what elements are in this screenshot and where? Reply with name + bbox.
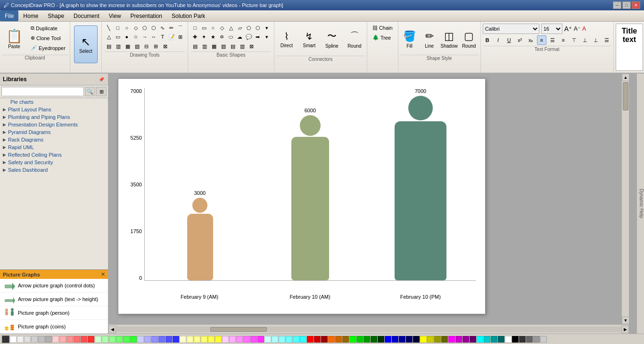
round-style-button[interactable]: ▢ Round <box>460 24 479 55</box>
clone-tool-button[interactable]: ⊕ Clone Tool <box>28 34 68 42</box>
bs-extra1[interactable]: ▤ <box>191 42 199 50</box>
shape-extra-6[interactable]: ⊞ <box>152 42 160 50</box>
color-swatch[interactable] <box>491 336 497 343</box>
bs-extra7[interactable]: ⊠ <box>248 42 256 50</box>
eyedropper-button[interactable]: 💉 Eyedropper <box>28 43 68 52</box>
color-swatch[interactable] <box>264 336 271 343</box>
view-toggle-button[interactable]: ⊞ <box>96 87 107 96</box>
direct-connector-button[interactable]: ⌇ Direct <box>276 24 297 55</box>
bs-pentagon[interactable]: ⬠ <box>245 24 253 32</box>
current-color-swatch[interactable] <box>2 336 9 343</box>
color-swatch[interactable] <box>137 336 144 343</box>
library-item-presentation[interactable]: ▶ Presentation Design Elements <box>0 121 108 128</box>
color-swatch[interactable] <box>257 336 264 343</box>
circle-tool[interactable]: ● <box>123 33 131 41</box>
smart-connector-button[interactable]: ↯ Smart <box>299 24 320 55</box>
superscript-button[interactable]: x² <box>515 35 525 45</box>
vertical-scrollbar[interactable]: ▲ ▼ <box>621 74 629 324</box>
library-item-plumbing[interactable]: ▶ Plumbing and Piping Plans <box>0 113 108 121</box>
menu-file[interactable]: File <box>0 10 18 21</box>
color-swatch[interactable] <box>74 336 80 343</box>
color-swatch[interactable] <box>250 336 257 343</box>
color-swatch[interactable] <box>533 336 540 343</box>
color-swatch[interactable] <box>314 336 321 343</box>
bs-extra6[interactable]: ▥ <box>238 42 247 50</box>
color-swatch[interactable] <box>208 336 215 343</box>
panel-item-arrow-dots[interactable]: Arrow picture graph (control dots) <box>0 279 108 293</box>
line-button[interactable]: ✏ Line <box>420 24 439 55</box>
bs-callout[interactable]: 💬 <box>245 33 253 41</box>
color-swatch[interactable] <box>88 336 94 343</box>
color-swatch[interactable] <box>455 336 462 343</box>
color-swatch[interactable] <box>519 336 526 343</box>
note-tool[interactable]: 📝 <box>167 33 176 41</box>
rect-tool[interactable]: □ <box>114 24 122 32</box>
font-grow-icon[interactable]: A⁺ <box>564 25 572 33</box>
bs-extra2[interactable]: ▥ <box>200 42 209 50</box>
color-swatch[interactable] <box>427 336 434 343</box>
align-left-button[interactable]: ≡ <box>537 35 546 45</box>
library-item-sales-dashboard[interactable]: ▶ Sales Dashboard <box>0 166 108 174</box>
shadow-button[interactable]: ◫ Shadow <box>440 24 459 55</box>
rounded-rect-tool[interactable]: ▭ <box>114 33 122 41</box>
shape-extra-7[interactable]: ⊠ <box>161 42 170 50</box>
bs-hex[interactable]: ⬡ <box>254 24 262 32</box>
align-center-button[interactable]: ☰ <box>548 35 557 45</box>
library-item-rapid-uml[interactable]: ▶ Rapid UML <box>0 143 108 151</box>
library-item-safety[interactable]: ▶ Safety and Security <box>0 159 108 166</box>
bs-rounded[interactable]: ▭ <box>200 24 208 32</box>
line-tool[interactable]: ╲ <box>105 24 113 32</box>
color-swatch[interactable] <box>194 336 200 343</box>
list-button[interactable]: ☰ <box>602 35 611 45</box>
text-tool[interactable]: T <box>158 33 167 41</box>
star-tool[interactable]: ☆ <box>132 33 140 41</box>
round-connector-button[interactable]: ⌒ Round <box>344 24 365 55</box>
color-swatch[interactable] <box>356 336 363 343</box>
close-button[interactable]: ✕ <box>632 1 640 9</box>
fill-button[interactable]: 🪣 Fill <box>400 24 419 55</box>
color-swatch[interactable] <box>229 336 236 343</box>
bs-diamond[interactable]: ◇ <box>218 24 226 32</box>
bs-triangle[interactable]: △ <box>227 24 235 32</box>
font-selector[interactable]: Calibri <box>483 24 539 34</box>
hex-tool[interactable]: ⬡ <box>149 24 158 32</box>
bs-cross[interactable]: ✚ <box>191 33 199 41</box>
curve-tool[interactable]: ∿ <box>158 24 167 32</box>
color-swatch[interactable] <box>448 336 455 343</box>
scroll-up-button[interactable]: ▲ <box>622 74 629 81</box>
color-swatch[interactable] <box>102 336 108 343</box>
color-swatch[interactable] <box>130 336 137 343</box>
minimize-button[interactable]: ─ <box>613 1 621 9</box>
shape-extra-4[interactable]: ▧ <box>133 42 141 50</box>
tree-button[interactable]: 🌲 Tree <box>370 33 395 42</box>
paste-button[interactable]: 📋 Paste <box>2 24 26 54</box>
triangle-tool[interactable]: △ <box>105 33 113 41</box>
shape-extra-5[interactable]: ⊟ <box>142 42 151 50</box>
horizontal-scrollbar[interactable]: ◀ ▶ <box>108 324 629 334</box>
align-top-button[interactable]: ⊤ <box>570 35 579 45</box>
bold-button[interactable]: B <box>483 35 492 45</box>
color-swatch[interactable] <box>321 336 328 343</box>
bs-extra5[interactable]: ▤ <box>229 42 237 50</box>
color-swatch[interactable] <box>484 336 490 343</box>
font-shrink-icon[interactable]: A⁻ <box>574 25 580 32</box>
color-swatch[interactable] <box>385 336 391 343</box>
color-swatch[interactable] <box>279 336 285 343</box>
color-swatch[interactable] <box>180 336 186 343</box>
menu-document[interactable]: Document <box>69 10 104 21</box>
color-swatch[interactable] <box>38 336 45 343</box>
scroll-right-button[interactable]: ▶ <box>621 326 629 333</box>
color-swatch[interactable] <box>300 336 306 343</box>
bs-more2[interactable]: ▾ <box>263 33 271 41</box>
italic-button[interactable]: I <box>494 35 503 45</box>
chain-button[interactable]: ⛓ Chain <box>370 24 395 32</box>
color-swatch[interactable] <box>371 336 377 343</box>
shape-extra-1[interactable]: ▤ <box>105 42 113 50</box>
color-swatch[interactable] <box>144 336 151 343</box>
color-swatch[interactable] <box>399 336 405 343</box>
bs-star5[interactable]: ★ <box>209 33 217 41</box>
color-swatch[interactable] <box>307 336 314 343</box>
menu-view[interactable]: View <box>104 10 126 21</box>
underline-button[interactable]: U <box>504 35 514 45</box>
color-swatch[interactable] <box>17 336 24 343</box>
